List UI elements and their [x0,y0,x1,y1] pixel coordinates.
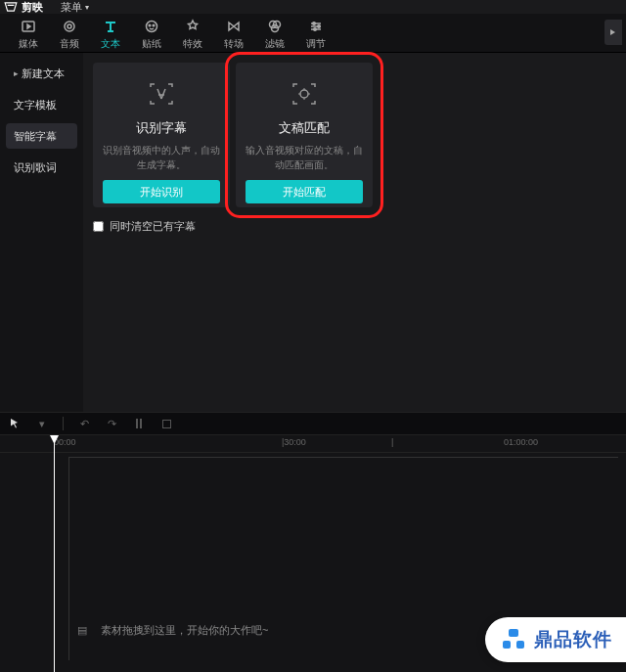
content-area: 识别字幕 识别音视频中的人声，自动生成字幕。 开始识别 文稿匹配 输入音视频对应… [83,53,626,412]
sidebar-item-text-template[interactable]: 文字模板 [6,92,77,117]
main-toolbar: 媒体 音频 文本 贴纸 特效 转场 滤镜 调节 [0,14,626,53]
svg-point-1 [65,22,74,31]
audio-icon [49,18,90,35]
card-description: 输入音视频对应的文稿，自动匹配画面。 [246,143,363,172]
redo-icon[interactable]: ↷ [105,417,118,430]
effect-icon [172,18,213,35]
menu-button[interactable]: 菜单 ▾ [61,0,89,15]
watermark-badge: 鼎品软件 [485,617,626,662]
app-logo [4,1,20,13]
main-panel: ▸ 新建文本 文字模板 智能字幕 识别歌词 识别字幕 识别音视频中的人声，自动生… [0,53,626,412]
start-recognize-button[interactable]: 开始识别 [103,180,220,203]
svg-point-3 [147,22,157,32]
sidebar-item-new-text[interactable]: ▸ 新建文本 [6,61,77,86]
timeline-toolbar: ▾ ↶ ↷ [0,412,626,435]
sidebar: ▸ 新建文本 文字模板 智能字幕 识别歌词 [0,53,83,412]
text-icon [90,18,131,35]
chevron-right-icon: ▸ [14,61,19,86]
svg-point-11 [314,28,317,31]
svg-rect-18 [516,641,524,649]
split-icon[interactable] [132,417,146,430]
ruler-tick: 01:00:00 [504,437,538,447]
title-bar: 剪映 菜单 ▾ [0,0,626,14]
card-description: 识别音视频中的人声，自动生成字幕。 [103,143,220,172]
svg-rect-15 [162,420,170,427]
tool-audio[interactable]: 音频 [49,18,90,51]
svg-point-2 [67,24,71,28]
checkbox-input[interactable] [93,221,104,232]
tool-effect[interactable]: 特效 [172,18,213,51]
tool-media[interactable]: 媒体 [8,18,49,51]
sticker-icon [131,18,172,35]
chevron-down-icon[interactable]: ▾ [35,417,49,430]
svg-point-10 [318,25,321,28]
media-icon [8,18,49,35]
tool-sticker[interactable]: 贴纸 [131,18,172,51]
card-title: 文稿匹配 [246,119,363,137]
media-icon: ▤ [77,624,91,637]
delete-icon[interactable] [159,417,173,430]
undo-icon[interactable]: ↶ [77,417,91,430]
clear-subtitles-checkbox[interactable]: 同时清空已有字幕 [93,219,616,234]
sidebar-item-smart-subtitle[interactable]: 智能字幕 [6,123,77,149]
svg-point-4 [149,24,151,26]
card-recognize-subtitle: 识别字幕 识别音视频中的人声，自动生成字幕。 开始识别 [93,63,230,207]
tool-transition[interactable]: 转场 [213,18,254,51]
recognize-icon [103,76,220,112]
adjust-icon [295,18,336,35]
watermark-icon [501,627,526,652]
tool-filter[interactable]: 滤镜 [254,18,295,51]
card-match-script: 文稿匹配 输入音视频对应的文稿，自动匹配画面。 开始匹配 [236,63,373,207]
tool-adjust[interactable]: 调节 [295,18,336,51]
app-name: 剪映 [22,0,43,15]
svg-rect-16 [509,629,518,637]
tool-text[interactable]: 文本 [90,18,131,51]
ruler-tick: |30:00 [282,437,306,447]
svg-rect-14 [140,419,142,428]
chevron-down-icon: ▾ [85,3,89,12]
empty-timeline-hint: ▤ 素材拖拽到这里，开始你的大作吧~ [77,619,268,641]
svg-rect-13 [136,419,138,428]
watermark-text: 鼎品软件 [534,627,612,652]
svg-rect-17 [503,641,511,649]
transition-icon [213,18,254,35]
timeline-ruler[interactable]: 00:00 |30:00 | 01:00:00 [0,435,626,453]
start-match-button[interactable]: 开始匹配 [246,180,363,203]
match-icon [246,76,363,112]
card-title: 识别字幕 [103,119,220,137]
toolbar-right-button[interactable] [604,20,622,45]
svg-point-12 [300,90,308,98]
arrow-icon [608,27,618,37]
ruler-tick: | [391,437,393,447]
playhead[interactable] [54,435,55,672]
filter-icon [254,18,295,35]
ruler-tick: 00:00 [54,437,76,447]
svg-point-5 [153,24,155,26]
svg-point-9 [313,22,316,25]
sidebar-item-lyrics[interactable]: 识别歌词 [6,155,77,180]
pointer-tool-icon[interactable] [8,417,22,430]
